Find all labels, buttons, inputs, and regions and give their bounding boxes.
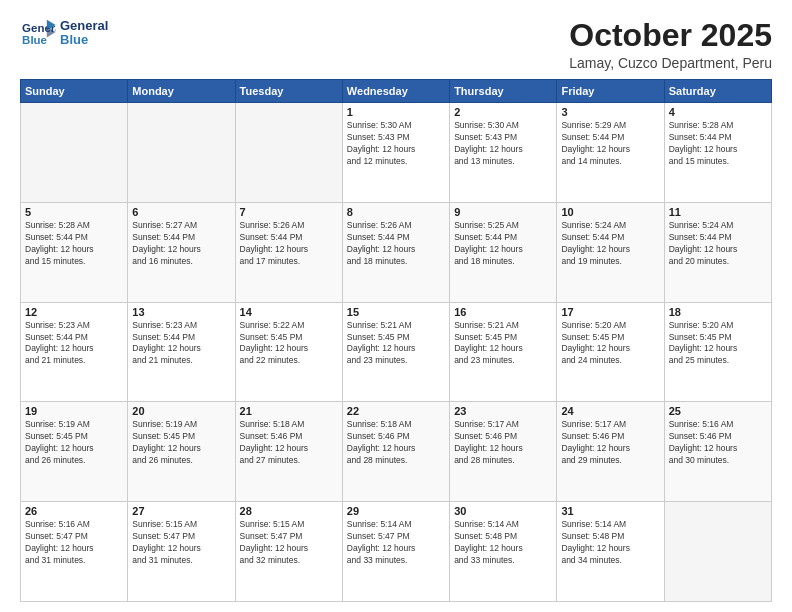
- table-row: 13Sunrise: 5:23 AM Sunset: 5:44 PM Dayli…: [128, 302, 235, 402]
- day-number: 25: [669, 405, 767, 417]
- table-row: 10Sunrise: 5:24 AM Sunset: 5:44 PM Dayli…: [557, 202, 664, 302]
- table-row: 24Sunrise: 5:17 AM Sunset: 5:46 PM Dayli…: [557, 402, 664, 502]
- table-row: 4Sunrise: 5:28 AM Sunset: 5:44 PM Daylig…: [664, 103, 771, 203]
- table-row: 26Sunrise: 5:16 AM Sunset: 5:47 PM Dayli…: [21, 502, 128, 602]
- table-row: 5Sunrise: 5:28 AM Sunset: 5:44 PM Daylig…: [21, 202, 128, 302]
- page: General Blue General Blue October 2025 L…: [0, 0, 792, 612]
- day-number: 4: [669, 106, 767, 118]
- day-info: Sunrise: 5:14 AM Sunset: 5:47 PM Dayligh…: [347, 519, 445, 567]
- col-sunday: Sunday: [21, 80, 128, 103]
- table-row: 8Sunrise: 5:26 AM Sunset: 5:44 PM Daylig…: [342, 202, 449, 302]
- table-row: [21, 103, 128, 203]
- day-number: 12: [25, 306, 123, 318]
- day-number: 28: [240, 505, 338, 517]
- table-row: 3Sunrise: 5:29 AM Sunset: 5:44 PM Daylig…: [557, 103, 664, 203]
- table-row: 25Sunrise: 5:16 AM Sunset: 5:46 PM Dayli…: [664, 402, 771, 502]
- day-info: Sunrise: 5:21 AM Sunset: 5:45 PM Dayligh…: [454, 320, 552, 368]
- calendar-table: Sunday Monday Tuesday Wednesday Thursday…: [20, 79, 772, 602]
- day-info: Sunrise: 5:18 AM Sunset: 5:46 PM Dayligh…: [347, 419, 445, 467]
- day-info: Sunrise: 5:23 AM Sunset: 5:44 PM Dayligh…: [25, 320, 123, 368]
- table-row: 9Sunrise: 5:25 AM Sunset: 5:44 PM Daylig…: [450, 202, 557, 302]
- table-row: 31Sunrise: 5:14 AM Sunset: 5:48 PM Dayli…: [557, 502, 664, 602]
- table-row: 20Sunrise: 5:19 AM Sunset: 5:45 PM Dayli…: [128, 402, 235, 502]
- day-info: Sunrise: 5:17 AM Sunset: 5:46 PM Dayligh…: [454, 419, 552, 467]
- table-row: [128, 103, 235, 203]
- day-number: 9: [454, 206, 552, 218]
- day-number: 18: [669, 306, 767, 318]
- table-row: 16Sunrise: 5:21 AM Sunset: 5:45 PM Dayli…: [450, 302, 557, 402]
- day-number: 17: [561, 306, 659, 318]
- table-row: 17Sunrise: 5:20 AM Sunset: 5:45 PM Dayli…: [557, 302, 664, 402]
- day-info: Sunrise: 5:14 AM Sunset: 5:48 PM Dayligh…: [454, 519, 552, 567]
- day-number: 2: [454, 106, 552, 118]
- calendar-week-row: 19Sunrise: 5:19 AM Sunset: 5:45 PM Dayli…: [21, 402, 772, 502]
- day-info: Sunrise: 5:19 AM Sunset: 5:45 PM Dayligh…: [25, 419, 123, 467]
- table-row: 7Sunrise: 5:26 AM Sunset: 5:44 PM Daylig…: [235, 202, 342, 302]
- day-number: 23: [454, 405, 552, 417]
- table-row: 29Sunrise: 5:14 AM Sunset: 5:47 PM Dayli…: [342, 502, 449, 602]
- day-number: 10: [561, 206, 659, 218]
- day-number: 11: [669, 206, 767, 218]
- day-number: 20: [132, 405, 230, 417]
- day-info: Sunrise: 5:23 AM Sunset: 5:44 PM Dayligh…: [132, 320, 230, 368]
- day-number: 13: [132, 306, 230, 318]
- day-info: Sunrise: 5:18 AM Sunset: 5:46 PM Dayligh…: [240, 419, 338, 467]
- day-info: Sunrise: 5:17 AM Sunset: 5:46 PM Dayligh…: [561, 419, 659, 467]
- day-number: 8: [347, 206, 445, 218]
- table-row: 14Sunrise: 5:22 AM Sunset: 5:45 PM Dayli…: [235, 302, 342, 402]
- title-block: October 2025 Lamay, Cuzco Department, Pe…: [569, 18, 772, 71]
- day-info: Sunrise: 5:24 AM Sunset: 5:44 PM Dayligh…: [561, 220, 659, 268]
- calendar-week-row: 12Sunrise: 5:23 AM Sunset: 5:44 PM Dayli…: [21, 302, 772, 402]
- table-row: 11Sunrise: 5:24 AM Sunset: 5:44 PM Dayli…: [664, 202, 771, 302]
- svg-text:Blue: Blue: [22, 34, 47, 46]
- day-info: Sunrise: 5:20 AM Sunset: 5:45 PM Dayligh…: [561, 320, 659, 368]
- table-row: 27Sunrise: 5:15 AM Sunset: 5:47 PM Dayli…: [128, 502, 235, 602]
- table-row: 19Sunrise: 5:19 AM Sunset: 5:45 PM Dayli…: [21, 402, 128, 502]
- table-row: [664, 502, 771, 602]
- day-number: 27: [132, 505, 230, 517]
- day-info: Sunrise: 5:14 AM Sunset: 5:48 PM Dayligh…: [561, 519, 659, 567]
- table-row: 2Sunrise: 5:30 AM Sunset: 5:43 PM Daylig…: [450, 103, 557, 203]
- col-friday: Friday: [557, 80, 664, 103]
- table-row: 1Sunrise: 5:30 AM Sunset: 5:43 PM Daylig…: [342, 103, 449, 203]
- day-number: 3: [561, 106, 659, 118]
- day-number: 26: [25, 505, 123, 517]
- calendar-week-row: 5Sunrise: 5:28 AM Sunset: 5:44 PM Daylig…: [21, 202, 772, 302]
- day-number: 19: [25, 405, 123, 417]
- table-row: 12Sunrise: 5:23 AM Sunset: 5:44 PM Dayli…: [21, 302, 128, 402]
- day-info: Sunrise: 5:19 AM Sunset: 5:45 PM Dayligh…: [132, 419, 230, 467]
- day-info: Sunrise: 5:26 AM Sunset: 5:44 PM Dayligh…: [240, 220, 338, 268]
- day-number: 7: [240, 206, 338, 218]
- col-tuesday: Tuesday: [235, 80, 342, 103]
- day-info: Sunrise: 5:30 AM Sunset: 5:43 PM Dayligh…: [347, 120, 445, 168]
- day-number: 29: [347, 505, 445, 517]
- day-info: Sunrise: 5:24 AM Sunset: 5:44 PM Dayligh…: [669, 220, 767, 268]
- col-thursday: Thursday: [450, 80, 557, 103]
- logo-icon: General Blue: [20, 18, 56, 48]
- day-number: 22: [347, 405, 445, 417]
- day-info: Sunrise: 5:29 AM Sunset: 5:44 PM Dayligh…: [561, 120, 659, 168]
- day-info: Sunrise: 5:26 AM Sunset: 5:44 PM Dayligh…: [347, 220, 445, 268]
- day-number: 15: [347, 306, 445, 318]
- table-row: 30Sunrise: 5:14 AM Sunset: 5:48 PM Dayli…: [450, 502, 557, 602]
- day-info: Sunrise: 5:16 AM Sunset: 5:47 PM Dayligh…: [25, 519, 123, 567]
- day-info: Sunrise: 5:25 AM Sunset: 5:44 PM Dayligh…: [454, 220, 552, 268]
- col-monday: Monday: [128, 80, 235, 103]
- table-row: 6Sunrise: 5:27 AM Sunset: 5:44 PM Daylig…: [128, 202, 235, 302]
- month-title: October 2025: [569, 18, 772, 53]
- calendar-week-row: 26Sunrise: 5:16 AM Sunset: 5:47 PM Dayli…: [21, 502, 772, 602]
- table-row: [235, 103, 342, 203]
- logo-text-general: General: [60, 19, 108, 33]
- col-saturday: Saturday: [664, 80, 771, 103]
- day-number: 21: [240, 405, 338, 417]
- table-row: 15Sunrise: 5:21 AM Sunset: 5:45 PM Dayli…: [342, 302, 449, 402]
- day-number: 1: [347, 106, 445, 118]
- day-info: Sunrise: 5:27 AM Sunset: 5:44 PM Dayligh…: [132, 220, 230, 268]
- table-row: 28Sunrise: 5:15 AM Sunset: 5:47 PM Dayli…: [235, 502, 342, 602]
- day-number: 30: [454, 505, 552, 517]
- day-info: Sunrise: 5:20 AM Sunset: 5:45 PM Dayligh…: [669, 320, 767, 368]
- table-row: 18Sunrise: 5:20 AM Sunset: 5:45 PM Dayli…: [664, 302, 771, 402]
- day-info: Sunrise: 5:28 AM Sunset: 5:44 PM Dayligh…: [25, 220, 123, 268]
- day-number: 14: [240, 306, 338, 318]
- day-info: Sunrise: 5:21 AM Sunset: 5:45 PM Dayligh…: [347, 320, 445, 368]
